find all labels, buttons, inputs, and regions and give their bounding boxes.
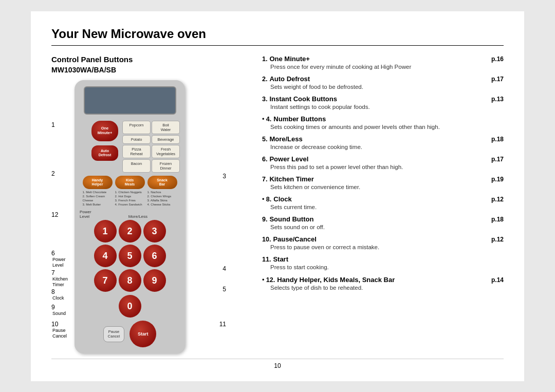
num-4-button[interactable]: 4 xyxy=(94,245,117,267)
feature-auto-defrost-desc: Sets weight of food to be defrosted. xyxy=(270,83,504,91)
feature-kitchen-timer: 7.Kitchen Timer p.19 Sets kitchen or con… xyxy=(262,175,504,191)
page-title: Your New Microwave oven xyxy=(51,27,504,46)
feature-start-desc: Press to start cooking. xyxy=(270,263,504,271)
feature-clock-desc: Sets current time. xyxy=(270,203,504,211)
bottom-controls: Pause Cancel Start xyxy=(80,321,180,347)
beverage-button[interactable]: Beverage xyxy=(152,135,180,144)
kids-meals-button[interactable]: KidsMeals xyxy=(115,176,145,190)
feature-instant-cook: 3.Instant Cook Buttons p.13 Instant sett… xyxy=(262,95,504,111)
snack-bar-button[interactable]: SnackBar xyxy=(147,176,177,190)
page-number: 10 xyxy=(274,362,281,369)
bacon-button[interactable]: Bacon xyxy=(122,159,151,173)
label-5: 5 xyxy=(223,286,226,293)
power-level-label: PowerLevel More/Less xyxy=(80,210,180,219)
label-11: 11 xyxy=(219,321,226,328)
page-footer: 10 xyxy=(51,359,504,369)
label-8: 8 Clock xyxy=(51,288,64,301)
label-1: 1 xyxy=(51,121,55,128)
feature-one-minute-desc: Press once for every minute of cooking a… xyxy=(270,63,504,71)
microwave-illustration: 1 2 12 6 PowerLevel 7 KitchenTimer 8 Clo… xyxy=(51,80,226,354)
feature-more-less-desc: Increase or decrease cooking time. xyxy=(270,143,504,151)
pizza-reheat-button[interactable]: PizzaReheat xyxy=(122,145,151,158)
num-3-button[interactable]: 3 xyxy=(143,220,166,242)
feature-handy-helper-desc: Selects type of dish to be reheated. xyxy=(270,284,504,292)
auto-defrost-button[interactable]: Auto Defrost xyxy=(91,145,118,161)
model-number: MW1030WA/BA/SB xyxy=(51,66,247,74)
num-8-button[interactable]: 8 xyxy=(119,269,141,292)
feature-one-minute-header: 1.One Minute+ p.16 xyxy=(262,55,504,63)
handy-helper-button[interactable]: HandyHelper xyxy=(83,176,113,190)
label-12: 12 xyxy=(51,211,58,218)
page: Your New Microwave oven Control Panel Bu… xyxy=(31,11,524,381)
num-9-button[interactable]: 9 xyxy=(143,269,166,292)
feature-instant-cook-desc: Instant settings to cook popular foods. xyxy=(270,103,504,111)
feature-power-level: 6.Power Level p.17 Press this pad to set… xyxy=(262,155,504,171)
feature-auto-defrost: 2.Auto Defrost p.17 Sets weight of food … xyxy=(262,75,504,91)
num-0-button[interactable]: 0 xyxy=(119,295,141,318)
snack-bar-sub: 1. Nachos2. Chicken Wings3. Alfalfa Skin… xyxy=(147,191,177,207)
feature-more-less: 5.More/Less p.18 Increase or decrease co… xyxy=(262,135,504,151)
content-row: Control Panel Buttons MW1030WA/BA/SB 1 2… xyxy=(51,55,504,354)
label-7: 7 KitchenTimer xyxy=(51,269,68,288)
label-3: 3 xyxy=(223,173,226,180)
boil-water-button[interactable]: BoilWater xyxy=(152,121,180,134)
feature-handy-helper: • 12.Handy Helper, Kids Meals, Snack Bar… xyxy=(262,276,504,292)
label-9: 9 Sound xyxy=(51,304,66,316)
num-1-button[interactable]: 1 xyxy=(94,220,117,242)
num-2-button[interactable]: 2 xyxy=(119,220,141,242)
feature-sub-text: 1. Melt Chocolate2. Soften Cream Cheese3… xyxy=(80,191,180,207)
feature-clock: • 8.Clock p.12 Sets current time. xyxy=(262,195,504,211)
features-list: 1.One Minute+ p.16 Press once for every … xyxy=(262,55,504,292)
feature-buttons-row: HandyHelper KidsMeals SnackBar xyxy=(80,176,180,190)
number-pad: 1 2 3 4 5 6 7 8 9 xyxy=(94,220,166,292)
num-5-button[interactable]: 5 xyxy=(119,245,141,267)
label-6: 6 PowerLevel xyxy=(51,250,66,268)
label-2: 2 xyxy=(51,170,55,177)
left-column: Control Panel Buttons MW1030WA/BA/SB 1 2… xyxy=(51,55,247,354)
kids-meals-sub: 1. Chicken Nuggets2. Hot Dogs3. French F… xyxy=(115,191,145,207)
num-6-button[interactable]: 6 xyxy=(143,245,166,267)
num-7-button[interactable]: 7 xyxy=(94,269,117,292)
start-button[interactable]: Start xyxy=(130,321,156,347)
potato-button[interactable]: Potato xyxy=(122,135,151,144)
fresh-veg-button[interactable]: FreshVegetables xyxy=(152,145,180,158)
label-10: 10 PauseCancel xyxy=(51,321,67,339)
feature-power-level-desc: Press this pad to set a power level othe… xyxy=(270,163,504,171)
display-screen xyxy=(84,86,176,115)
feature-number-buttons-desc: Sets cooking times or amounts and power … xyxy=(270,123,504,131)
right-column: 1.One Minute+ p.16 Press once for every … xyxy=(262,55,504,354)
section-title: Control Panel Buttons xyxy=(51,55,247,64)
feature-pause-cancel-desc: Press to pause oven or correct a mistake… xyxy=(270,243,504,251)
feature-start: 11.Start Press to start cooking. xyxy=(262,255,504,271)
one-minute-button[interactable]: One Minute+ xyxy=(91,121,118,141)
feature-number-buttons: • 4.Number Buttons Sets cooking times or… xyxy=(262,115,504,131)
handy-helper-sub: 1. Melt Chocolate2. Soften Cream Cheese3… xyxy=(83,191,113,207)
frozen-dinner-button[interactable]: FrozenDinner xyxy=(152,159,180,173)
pause-cancel-button[interactable]: Pause Cancel xyxy=(103,326,124,343)
label-4: 4 xyxy=(223,265,226,272)
instant-cook-area: One Minute+ Auto Defrost Popcorn BoilWat… xyxy=(80,121,180,173)
feature-one-minute: 1.One Minute+ p.16 Press once for every … xyxy=(262,55,504,71)
feature-kitchen-timer-desc: Sets kitchen or convenience timer. xyxy=(270,183,504,191)
microwave-body: One Minute+ Auto Defrost Popcorn BoilWat… xyxy=(75,80,185,354)
feature-pause-cancel: 10.Pause/Cancel p.12 Press to pause oven… xyxy=(262,235,504,251)
feature-sound-desc: Sets sound on or off. xyxy=(270,223,504,231)
popcorn-button[interactable]: Popcorn xyxy=(122,121,151,134)
left-oval-buttons: One Minute+ Auto Defrost xyxy=(91,121,118,173)
feature-sound: 9.Sound Button p.18 Sets sound on or off… xyxy=(262,215,504,231)
instant-cook-grid: Popcorn BoilWater Potato Beverage PizzaR… xyxy=(122,121,180,173)
